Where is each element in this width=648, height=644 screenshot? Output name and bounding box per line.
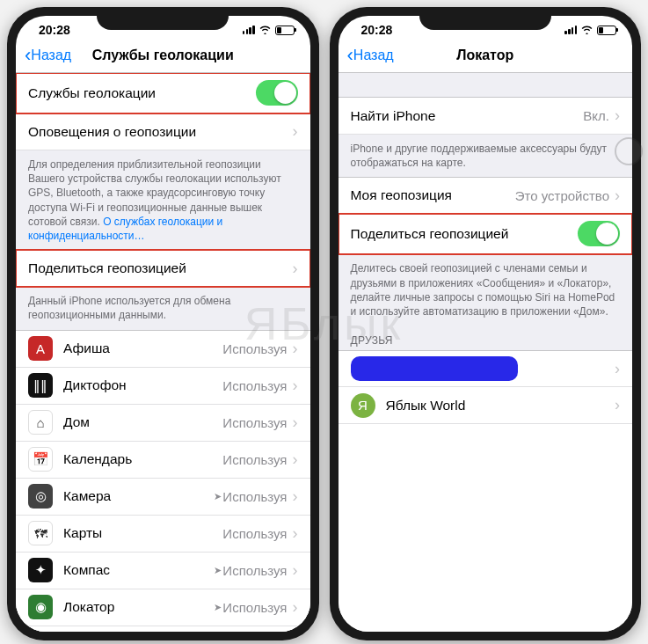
chevron-right-icon: › [293, 260, 298, 278]
friend-icon: Я [351, 393, 375, 418]
app-row[interactable]: ‖‖ Диктофон Используя › [16, 368, 310, 405]
status-time: 20:28 [39, 23, 70, 37]
chevron-right-icon: › [615, 106, 620, 125]
row-label: Оповещения о геопозиции [28, 124, 293, 140]
location-arrow-icon: ➤ [214, 602, 222, 613]
chevron-right-icon: › [293, 340, 298, 358]
toggle-on[interactable] [578, 221, 620, 246]
navbar: ‹ Назад Локатор [339, 40, 633, 73]
app-icon: ✦ [28, 558, 53, 582]
app-row[interactable]: ⌂ Дом Используя › [16, 405, 310, 442]
phone-left: 20:28 ‹ Назад Службы геолокации Службы г… [7, 7, 319, 640]
wifi-icon [580, 24, 593, 37]
chevron-right-icon: › [293, 524, 298, 543]
phone-right: 20:28 ‹ Назад Локатор Найти iPhone Вкл. … [330, 7, 642, 640]
app-icon: ◉ [28, 595, 53, 619]
chevron-right-icon: › [615, 187, 620, 205]
location-arrow-icon: ➤ [214, 491, 222, 502]
chevron-right-icon: › [615, 360, 620, 378]
back-label: Назад [31, 48, 71, 63]
redacted-friend [351, 356, 518, 381]
app-icon: ◎ [28, 484, 53, 509]
chevron-right-icon: › [293, 487, 298, 506]
chevron-right-icon: › [293, 377, 298, 395]
row-label: Поделиться геопозицией [28, 260, 293, 276]
app-status: Используя [222, 378, 287, 393]
app-row[interactable]: ◎ Камера ➤ Используя › [16, 479, 310, 516]
content[interactable]: Найти iPhone Вкл. › iPhone и другие подд… [339, 73, 633, 632]
app-name: Компас [63, 562, 214, 578]
footnote: Делитесь своей геопозицией с членами сем… [339, 254, 633, 326]
battery-icon [275, 26, 295, 35]
back-button[interactable]: ‹ Назад [25, 46, 71, 65]
app-row[interactable]: 🗺 Карты Используя › [16, 516, 310, 553]
app-name: Камера [63, 488, 214, 504]
app-row[interactable]: ✦ Компас ➤ Используя › [16, 553, 310, 589]
chevron-right-icon: › [293, 122, 298, 141]
chevron-right-icon: › [615, 396, 620, 414]
navbar: ‹ Назад Службы геолокации [16, 40, 310, 73]
app-icon: 🗺 [28, 521, 53, 545]
app-list: A Афиша Используя › ‖‖ Диктофон Использу… [16, 330, 310, 633]
app-status: Используя [222, 415, 287, 430]
app-row[interactable]: A Афиша Используя › [16, 331, 310, 368]
share-location-row[interactable]: Поделиться геопозицией › [16, 250, 310, 287]
chevron-left-icon: ‹ [25, 46, 31, 65]
row-value: Вкл. [583, 108, 609, 123]
app-name: Календарь [63, 451, 222, 467]
chevron-right-icon: › [293, 561, 298, 580]
status-time: 20:28 [361, 23, 393, 37]
location-alerts-row[interactable]: Оповещения о геопозиции › [16, 113, 310, 150]
wifi-icon [258, 24, 272, 37]
app-status: ➤ Используя [214, 600, 287, 615]
app-name: Афиша [63, 340, 222, 356]
app-status: ➤ Используя [214, 489, 287, 504]
assistive-touch-icon[interactable] [615, 137, 643, 165]
app-row[interactable]: ➤ Навигатор ➤ Используя › [16, 626, 310, 633]
app-row[interactable]: 📅 Календарь Используя › [16, 442, 310, 479]
notch [97, 7, 229, 30]
back-label: Назад [353, 48, 394, 63]
footnote: iPhone и другие поддерживаемые аксессуар… [339, 135, 633, 177]
page-title: Службы геолокации [92, 48, 234, 63]
friend-row[interactable]: Я Яблык World › [339, 387, 633, 424]
signal-icon [243, 26, 255, 34]
friends-header: ДРУЗЬЯ [339, 326, 633, 350]
footnote: Для определения приблизительной геопозиц… [16, 150, 310, 250]
friend-row-redacted[interactable]: › [339, 350, 633, 387]
row-label: Службы геолокации [28, 85, 256, 101]
footnote: Данный iPhone используется для обмена ге… [16, 287, 310, 329]
chevron-right-icon: › [293, 450, 298, 469]
app-icon: ‖‖ [28, 373, 53, 398]
share-location-toggle-row[interactable]: Поделиться геопозицией [339, 214, 633, 254]
app-icon: A [28, 336, 53, 361]
app-name: Локатор [63, 599, 214, 615]
friend-name: Яблык World [386, 398, 615, 413]
location-services-toggle-row[interactable]: Службы геолокации [16, 73, 310, 113]
row-label: Найти iPhone [351, 108, 584, 124]
status-right [243, 24, 295, 37]
app-status: Используя [222, 452, 287, 467]
app-status: ➤ Используя [214, 563, 287, 578]
app-status: Используя [222, 526, 287, 541]
toggle-on[interactable] [256, 80, 298, 106]
back-button[interactable]: ‹ Назад [347, 46, 394, 65]
content[interactable]: Службы геолокации Оповещения о геопозици… [16, 73, 310, 632]
app-name: Диктофон [63, 377, 222, 393]
notch [419, 7, 551, 30]
battery-icon [597, 26, 616, 35]
find-iphone-row[interactable]: Найти iPhone Вкл. › [339, 98, 633, 135]
signal-icon [564, 26, 577, 34]
row-label: Поделиться геопозицией [351, 226, 579, 242]
location-arrow-icon: ➤ [214, 565, 222, 576]
screen-right: 20:28 ‹ Назад Локатор Найти iPhone Вкл. … [339, 16, 633, 632]
app-name: Дом [63, 414, 222, 430]
screen-left: 20:28 ‹ Назад Службы геолокации Службы г… [16, 16, 310, 632]
row-label: Моя геопозиция [351, 187, 515, 203]
my-location-row[interactable]: Моя геопозиция Это устройство › [339, 177, 633, 214]
app-row[interactable]: ◉ Локатор ➤ Используя › [16, 589, 310, 626]
status-right [564, 24, 616, 37]
page-title: Локатор [456, 48, 513, 63]
app-icon: 📅 [28, 447, 53, 472]
app-name: Карты [63, 525, 222, 541]
